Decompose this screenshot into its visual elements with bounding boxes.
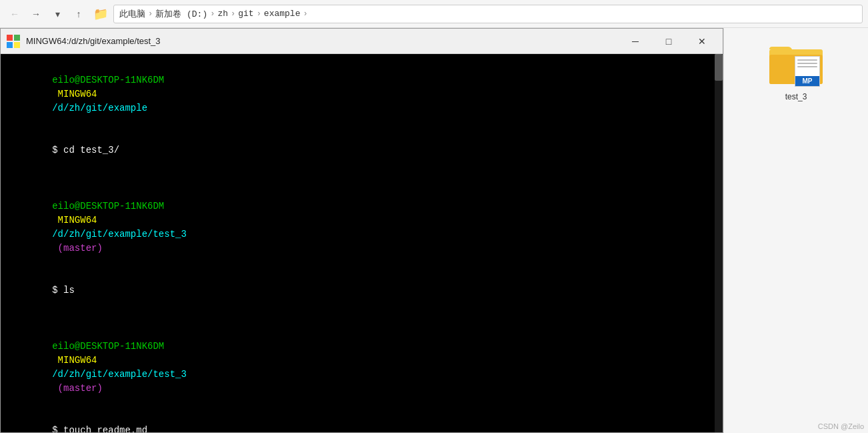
terminal-title-text: MINGW64:/d/zh/git/example/test_3 <box>26 36 161 46</box>
scrollbar-thumb[interactable] <box>715 54 723 81</box>
close-button[interactable]: ✕ <box>687 31 717 51</box>
dropdown-button[interactable]: ▾ <box>48 5 67 23</box>
terminal-line-2: $ cd test_3/ <box>7 129 716 171</box>
terminal-line-3: eilo@DESKTOP-11NK6DM MINGW64 /d/zh/git/e… <box>7 185 716 270</box>
terminal-body[interactable]: eilo@DESKTOP-11NK6DM MINGW64 /d/zh/git/e… <box>1 54 723 432</box>
breadcrumb-part-2: 新加卷 (D:) <box>155 8 207 20</box>
up-button[interactable]: ↑ <box>69 5 88 23</box>
mp-badge-text: MP <box>795 76 819 86</box>
terminal-blank-2 <box>7 312 716 326</box>
breadcrumb-part-4: git <box>238 9 253 19</box>
restore-button[interactable]: □ <box>653 31 684 51</box>
terminal-title-left: MINGW64:/d/zh/git/example/test_3 <box>6 34 161 49</box>
right-panel: MP test_3 <box>723 28 868 433</box>
svg-rect-2 <box>7 42 13 48</box>
folder-nav-icon: 📁 <box>93 7 108 21</box>
forward-button[interactable]: → <box>27 5 45 23</box>
scrollbar-track[interactable] <box>715 54 723 432</box>
folder-name-label: test_3 <box>785 92 807 101</box>
terminal-line-5: eilo@DESKTOP-11NK6DM MINGW64 /d/zh/git/e… <box>7 326 716 410</box>
terminal-controls: ─ □ ✕ <box>620 31 717 51</box>
main-layout: MINGW64:/d/zh/git/example/test_3 ─ □ ✕ e… <box>0 28 868 433</box>
folder-icon-container[interactable]: MP test_3 <box>769 41 823 101</box>
breadcrumb[interactable]: 此电脑 › 新加卷 (D:) › zh › git › example › <box>113 5 863 23</box>
svg-rect-1 <box>14 35 20 41</box>
back-button[interactable]: ← <box>5 5 24 23</box>
breadcrumb-part-1: 此电脑 <box>119 8 145 20</box>
minimize-button[interactable]: ─ <box>620 31 651 51</box>
watermark: CSDN @Zeilo <box>818 422 864 430</box>
terminal-blank-1 <box>7 171 716 185</box>
terminal-window: MINGW64:/d/zh/git/example/test_3 ─ □ ✕ e… <box>0 28 723 433</box>
breadcrumb-part-3: zh <box>217 9 228 19</box>
terminal-line-6: $ touch readme.md <box>7 410 716 432</box>
svg-rect-3 <box>14 42 20 48</box>
folder-item[interactable]: MP <box>769 41 823 88</box>
svg-rect-0 <box>7 35 13 41</box>
terminal-line-1: eilo@DESKTOP-11NK6DM MINGW64 /d/zh/git/e… <box>7 59 716 129</box>
breadcrumb-part-5: example <box>264 9 301 19</box>
terminal-line-4: $ ls <box>7 270 716 312</box>
mp-document: MP <box>795 56 820 87</box>
terminal-titlebar: MINGW64:/d/zh/git/example/test_3 ─ □ ✕ <box>1 29 723 54</box>
explorer-bar: ← → ▾ ↑ 📁 此电脑 › 新加卷 (D:) › zh › git › ex… <box>0 0 868 28</box>
mingw-icon <box>6 34 21 49</box>
